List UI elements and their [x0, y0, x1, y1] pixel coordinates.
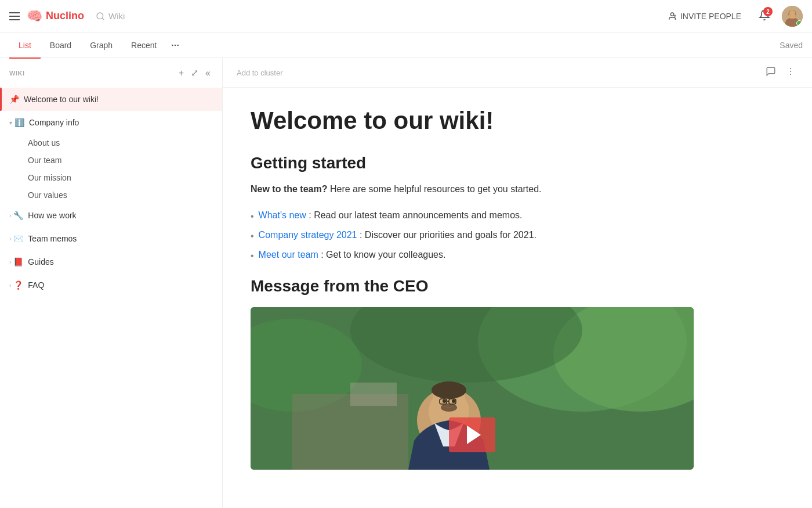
ceo-video[interactable]: [251, 307, 694, 470]
resources-list: • What's new : Read our latest team anno…: [251, 208, 694, 263]
sidebar-item-faq[interactable]: › ❓ FAQ: [0, 273, 222, 297]
svg-point-26: [432, 381, 466, 399]
svg-line-1: [102, 18, 104, 20]
sidebar-item-about-us[interactable]: About us: [0, 134, 222, 152]
svg-point-12: [177, 44, 179, 46]
logo[interactable]: 🧠 Nuclino: [27, 9, 84, 24]
top-nav: 🧠 Nuclino Wiki INVITE PEOPLE 2: [0, 0, 812, 33]
intro-paragraph: New to the team? Here are some helpful r…: [251, 182, 694, 197]
play-triangle-icon: [467, 426, 481, 444]
svg-rect-22: [350, 383, 397, 406]
svg-point-13: [790, 68, 791, 69]
invite-people-button[interactable]: INVITE PEOPLE: [662, 8, 747, 24]
add-to-cluster-button[interactable]: Add to cluster: [237, 69, 283, 77]
tab-bar: List Board Graph Recent Saved: [0, 33, 812, 58]
tab-list[interactable]: List: [9, 33, 41, 59]
tab-more-button[interactable]: [166, 33, 184, 58]
sidebar-item-our-values[interactable]: Our values: [0, 186, 222, 204]
chevron-right-icon: ›: [9, 259, 11, 265]
tab-graph[interactable]: Graph: [81, 33, 122, 59]
sidebar-sub-item-label: Our team: [28, 156, 61, 165]
invite-label: INVITE PEOPLE: [680, 12, 741, 21]
video-play-button[interactable]: [449, 417, 495, 452]
chevron-right-icon: ›: [9, 282, 11, 289]
sidebar-header: WIKI + ⤢ «: [0, 58, 222, 88]
tab-board[interactable]: Board: [41, 33, 81, 59]
sidebar-item-team-memos[interactable]: › ✉️ Team memos: [0, 227, 222, 250]
logo-text: Nuclino: [46, 10, 84, 22]
sidebar-sub-item-label: Our values: [28, 190, 67, 200]
list-item-text: What's new : Read our latest team announ…: [259, 208, 523, 224]
wrench-icon: 🔧: [13, 211, 23, 220]
sidebar-item-label: How we work: [28, 211, 204, 220]
sidebar-item-how-we-work[interactable]: › 🔧 How we work: [0, 204, 222, 227]
svg-point-0: [97, 13, 103, 19]
sidebar-sub-item-label: Our mission: [28, 173, 71, 182]
question-icon: ❓: [13, 280, 23, 290]
svg-point-28: [452, 399, 455, 403]
getting-started-heading: Getting started: [251, 154, 694, 172]
search-bar[interactable]: Wiki: [96, 11, 125, 21]
notifications-button[interactable]: 2: [754, 7, 775, 25]
sidebar-item-welcome[interactable]: 📌 Welcome to our wiki!: [0, 88, 222, 111]
sidebar-item-label: FAQ: [28, 280, 204, 290]
tab-recent[interactable]: Recent: [122, 33, 166, 59]
sidebar-sub-item-label: About us: [28, 138, 60, 147]
invite-icon: [668, 12, 677, 21]
pin-icon: 📌: [9, 95, 19, 104]
whats-new-link[interactable]: What's new: [259, 210, 306, 220]
sidebar-item-our-mission[interactable]: Our mission: [0, 169, 222, 186]
main-layout: WIKI + ⤢ « 📌 Welcome to our wiki! ▾ ℹ️ C…: [0, 58, 812, 508]
envelope-icon: ✉️: [13, 234, 23, 243]
sidebar-collapse-button[interactable]: «: [203, 66, 213, 81]
search-icon: [96, 12, 105, 21]
bullet-dot: •: [251, 229, 254, 243]
sidebar-item-our-team[interactable]: Our team: [0, 152, 222, 169]
list-item: • Company strategy 2021 : Discover our p…: [251, 228, 694, 243]
hamburger-menu[interactable]: [9, 12, 20, 20]
more-options-button[interactable]: [783, 64, 798, 81]
saved-status: Saved: [780, 41, 803, 50]
chevron-right-icon: ›: [9, 212, 11, 219]
ceo-heading: Message from the CEO: [251, 277, 694, 296]
chevron-down-icon: ▾: [9, 120, 12, 126]
list-item-rest: : Read our latest team announcements and…: [309, 210, 522, 220]
svg-rect-9: [789, 15, 795, 19]
svg-point-10: [172, 44, 173, 46]
sidebar-expand-button[interactable]: ⤢: [188, 65, 201, 81]
intro-rest: Here are some helpful resources to get y…: [330, 184, 542, 194]
avatar-image: [782, 6, 803, 27]
sidebar-item-label: Guides: [28, 257, 204, 266]
sidebar-add-button[interactable]: +: [176, 66, 186, 81]
sidebar-item-label: Welcome to our wiki!: [24, 95, 213, 104]
intro-bold: New to the team?: [251, 184, 327, 194]
sidebar: WIKI + ⤢ « 📌 Welcome to our wiki! ▾ ℹ️ C…: [0, 58, 223, 508]
search-placeholder: Wiki: [108, 11, 125, 21]
list-item-text: Meet our team : Get to know your colleag…: [259, 248, 446, 263]
book-icon: 📕: [13, 257, 23, 266]
list-item-text: Company strategy 2021 : Discover our pri…: [259, 228, 536, 243]
chevron-right-icon: ›: [9, 236, 11, 242]
svg-point-2: [670, 13, 673, 16]
svg-point-11: [175, 44, 176, 46]
svg-point-14: [790, 71, 791, 72]
meet-our-team-link[interactable]: Meet our team: [259, 250, 318, 260]
comment-button[interactable]: [763, 64, 778, 81]
content-body: Welcome to our wiki! Getting started New…: [223, 88, 722, 488]
sidebar-section-title: WIKI: [9, 70, 174, 77]
sidebar-item-guides[interactable]: › 📕 Guides: [0, 250, 222, 273]
info-icon: ℹ️: [14, 118, 24, 127]
list-item: • What's new : Read our latest team anno…: [251, 208, 694, 224]
logo-icon: 🧠: [27, 9, 42, 24]
list-item-rest: : Discover our priorities and goals for …: [360, 230, 536, 240]
svg-point-15: [790, 74, 791, 75]
sidebar-item-company-info[interactable]: ▾ ℹ️ Company info: [0, 111, 222, 134]
sidebar-item-label: Company info: [29, 118, 204, 127]
svg-point-27: [443, 399, 446, 403]
company-strategy-link[interactable]: Company strategy 2021: [259, 230, 357, 240]
notification-badge: 2: [763, 7, 773, 16]
content-area: Add to cluster Welcome to our wiki! Gett…: [223, 58, 812, 508]
avatar[interactable]: [782, 6, 803, 27]
list-item: • Meet our team : Get to know your colle…: [251, 248, 694, 263]
page-title: Welcome to our wiki!: [251, 106, 694, 135]
